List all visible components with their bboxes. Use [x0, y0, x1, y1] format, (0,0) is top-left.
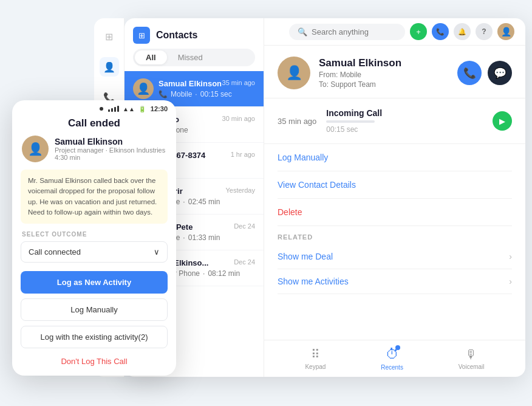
call-duration-label: 00:15 sec	[326, 125, 483, 134]
related-deal-label: Show me Deal	[278, 252, 333, 261]
bar4	[117, 106, 119, 112]
mobile-contact-avatar: 👤	[22, 136, 49, 162]
related-title: RELATED	[278, 233, 512, 241]
recents-icon-wrap: ⏱	[386, 346, 399, 362]
sidebar-icon-person[interactable]: 👤	[100, 57, 119, 77]
contact-avatar-samual: 👤	[133, 78, 154, 99]
spacer	[264, 294, 525, 340]
call-label-block: Incoming Call 00:15 sec	[326, 108, 483, 134]
log-manually-link[interactable]: Log Manually	[278, 144, 512, 171]
app-logo: ⊞	[133, 27, 150, 44]
recents-dot	[395, 345, 400, 350]
actions-list: Log Manually View Contact Details Delete	[264, 144, 525, 226]
contact-sep: ·	[195, 90, 197, 98]
bar2	[111, 108, 113, 112]
contacts-tabs-row: All Missed	[124, 49, 264, 71]
user-avatar[interactable]: 👤	[497, 23, 514, 40]
call-time-ago: 35 min ago	[278, 117, 316, 126]
battery-icon: 🔋	[138, 106, 146, 112]
search-input[interactable]	[312, 27, 397, 36]
keypad-icon: ⠿	[311, 347, 320, 362]
wifi-icon: ▲▲	[123, 106, 135, 112]
contact-time-6: Dec 24	[234, 258, 255, 266]
contact-time: 35 min ago	[222, 79, 255, 86]
phone-icon-small: 📞	[159, 90, 168, 98]
contacts-tabs: All Missed	[133, 49, 255, 66]
detail-contact-name: Samual Elkinson	[319, 57, 449, 69]
contact-source: Mobile	[171, 90, 192, 98]
bell-button[interactable]: 🔔	[454, 23, 471, 40]
add-button[interactable]: +	[410, 23, 427, 40]
detail-contact-from: From: Mobile	[319, 71, 449, 79]
nav-voicemail-label: Voicemail	[459, 363, 485, 370]
chevron-right-icon: ›	[509, 252, 512, 261]
chevron-right-icon-2: ›	[509, 277, 512, 286]
contact-time-leo: 30 min ago	[222, 115, 255, 122]
bar1	[108, 109, 110, 112]
detail-contact-avatar: 👤	[278, 57, 310, 89]
mobile-time: 12:30	[151, 105, 168, 112]
contact-name: Samual Elkinson	[159, 79, 222, 88]
mobile-contact-role: Project manager · Elkinson Industries	[55, 146, 165, 154]
nav-recents-label: Recents	[381, 364, 403, 371]
phone-button[interactable]: 📞	[432, 23, 449, 40]
mobile-note: Mr. Samual Elkinson called back over the…	[21, 170, 168, 224]
detail-action-buttons: 📞 💬	[457, 61, 512, 85]
call-waveform	[326, 120, 375, 123]
nav-voicemail[interactable]: 🎙 Voicemail	[459, 348, 485, 370]
search-bar[interactable]: 🔍	[289, 24, 405, 40]
contact-duration-5: 01:33 min	[188, 233, 220, 242]
tab-missed[interactable]: Missed	[167, 50, 214, 64]
log-existing-activity-button[interactable]: Log with the existing activity(2)	[21, 326, 168, 348]
contact-time-4: Yesterday	[225, 187, 255, 194]
nav-recents[interactable]: ⏱ Recents	[381, 346, 403, 371]
crm-panel: ⊞ Contacts All Missed 👤	[124, 18, 525, 377]
signal-bars	[108, 106, 119, 112]
mobile-contact-name: Samual Elkinson	[55, 137, 165, 146]
log-new-activity-button[interactable]: Log as New Activity	[21, 271, 168, 294]
mobile-dot	[100, 107, 103, 111]
contacts-title: Contacts	[156, 30, 197, 41]
contact-duration-4: 02:45 min	[188, 198, 220, 206]
detail-topbar: 🔍 + 📞 🔔 ? 👤	[264, 18, 525, 46]
help-button[interactable]: ?	[476, 23, 493, 40]
mobile-contact-info: Samual Elkinson Project manager · Elkins…	[55, 137, 165, 161]
nav-keypad[interactable]: ⠿ Keypad	[305, 347, 326, 370]
related-activities-label: Show me Activities	[278, 277, 349, 286]
chevron-down-icon: ∨	[154, 247, 160, 256]
contact-detail: 🔍 + 📞 🔔 ? 👤 👤 Samual Elkinson From:	[264, 18, 525, 377]
delete-link[interactable]: Delete	[278, 199, 512, 226]
mobile-contact-duration: 4:30 min	[55, 154, 165, 161]
related-activities[interactable]: Show me Activities ›	[278, 269, 512, 294]
mobile-select-value: Call connected	[29, 247, 81, 256]
mobile-card: ▲▲ 🔋 12:30 Call ended 👤 Samual Elkinson …	[12, 100, 176, 376]
mobile-select[interactable]: Call connected ∨	[21, 241, 168, 263]
related-section: RELATED Show me Deal › Show me Activitie…	[264, 226, 525, 294]
dont-log-button[interactable]: Don't Log This Call	[12, 353, 176, 370]
mobile-card-title: Call ended	[12, 115, 176, 136]
search-icon: 🔍	[298, 27, 307, 36]
contact-duration: 00:15 sec	[200, 90, 232, 98]
call-type-label: Incoming Call	[326, 108, 483, 118]
contact-duration-6: 08:12 min	[208, 269, 240, 278]
view-contact-link[interactable]: View Contact Details	[278, 171, 512, 199]
call-time-block: 35 min ago	[278, 117, 316, 126]
call-action-button[interactable]: 📞	[457, 61, 482, 85]
voicemail-icon: 🎙	[465, 348, 477, 362]
detail-header: 👤 Samual Elkinson From: Mobile To: Suppo…	[264, 46, 525, 98]
sidebar-icon-grid[interactable]: ⊞	[100, 27, 119, 46]
log-manually-button[interactable]: Log Manually	[21, 298, 168, 321]
contact-time-5: Dec 24	[234, 222, 255, 230]
detail-contact-info: Samual Elkinson From: Mobile To: Support…	[319, 57, 449, 89]
detail-contact-to: To: Support Team	[319, 80, 449, 89]
play-button[interactable]: ▶	[493, 111, 512, 131]
bar3	[114, 107, 116, 112]
mobile-statusbar: ▲▲ 🔋 12:30	[12, 100, 176, 115]
related-deal[interactable]: Show me Deal ›	[278, 244, 512, 269]
tab-all[interactable]: All	[135, 50, 167, 64]
call-log-entry: 35 min ago Incoming Call 00:15 sec ▶	[264, 98, 525, 144]
message-action-button[interactable]: 💬	[488, 61, 512, 85]
mobile-select-label: SELECT OUTCOME	[12, 231, 176, 241]
mobile-contact-row: 👤 Samual Elkinson Project manager · Elki…	[12, 136, 176, 170]
contact-time-3: 1 hr ago	[231, 151, 255, 158]
